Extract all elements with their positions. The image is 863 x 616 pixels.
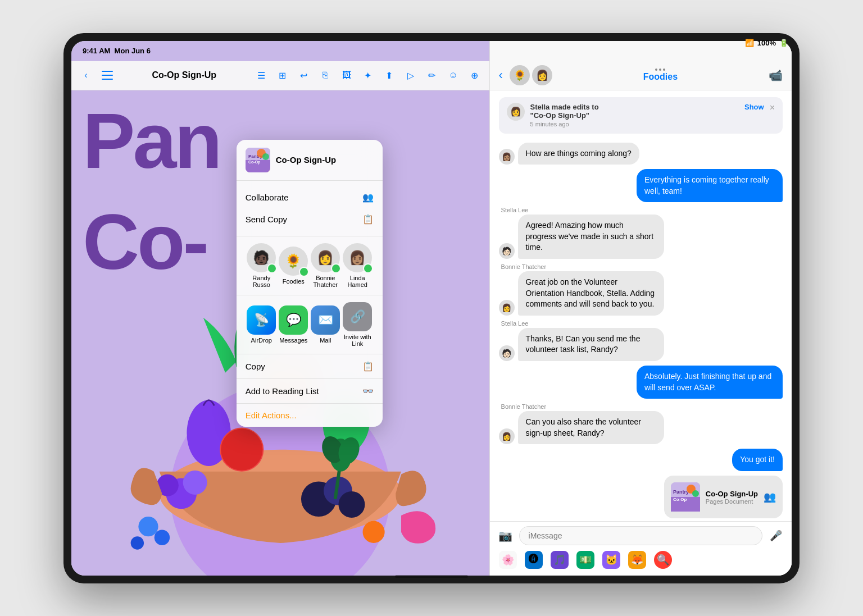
doc-people-icon: 👥 — [764, 491, 776, 503]
camera-button[interactable]: 📷 — [497, 527, 515, 545]
mail-icon: ✉️ — [311, 305, 340, 335]
contact-randy[interactable]: 🧑🏿 RandyRusso — [247, 243, 276, 288]
mic-button[interactable]: 🎤 — [767, 527, 785, 545]
msg-sent-1: Everything is coming together really wel… — [499, 169, 783, 202]
svg-text:Pantry: Pantry — [673, 489, 689, 495]
linda-avatar: 👩🏽 — [343, 243, 372, 272]
date-label: Mon Jun 6 — [115, 47, 151, 55]
notification-banner: 👩 Stella made edits to"Co-Op Sign-Up" 5 … — [499, 97, 783, 134]
send-copy-option[interactable]: Send Copy 📋 — [237, 208, 383, 230]
collaborate-option[interactable]: Collaborate 👥 — [237, 186, 383, 208]
msg-avatar-3: 👩 — [499, 300, 515, 316]
messages-share[interactable]: 💬 Messages — [279, 305, 308, 344]
pen-icon[interactable]: ✏ — [424, 67, 440, 83]
doc-info: Co-Op Sign-Up Pages Document — [706, 490, 758, 505]
svg-rect-0 — [102, 71, 113, 72]
msg-avatar-1: 👩🏽 — [499, 149, 515, 165]
back-button[interactable]: ‹ — [78, 67, 94, 83]
share-doc-thumbnail: Pantry Co-Op — [246, 148, 270, 172]
group-name-label[interactable]: Foodies — [643, 72, 678, 82]
bubble-3: Great job on the Volunteer Orientation H… — [518, 271, 664, 316]
msg-avatar-5: 👩 — [499, 428, 515, 444]
svg-point-21 — [363, 521, 385, 543]
copy-icon[interactable]: ⎘ — [317, 67, 333, 83]
svg-point-9 — [183, 471, 207, 495]
pages-panel: 9:41 AM Mon Jun 6 ‹ Co-Op Sign-Up — [71, 41, 489, 576]
svg-point-7 — [221, 428, 262, 470]
notif-avatar: 👩 — [507, 103, 525, 121]
messages-panel: 📶 100% 🔋 ‹ 🌻 👩 Foodies — [489, 41, 792, 576]
foodies-group-dots — [655, 69, 665, 71]
media-icon[interactable]: 🖼 — [339, 67, 355, 83]
undo-icon[interactable]: ↩ — [296, 67, 312, 83]
foodies-badge — [299, 267, 309, 277]
emoji-app-button[interactable]: 🌸 — [499, 551, 517, 569]
copy-action[interactable]: Copy 📋 — [237, 354, 383, 379]
video-call-button[interactable]: 📹 — [769, 69, 783, 82]
shared-doc-wrapper: Pantry Co-Op Co-Op Sign-Up Pages Documen… — [499, 476, 783, 518]
linda-badge — [363, 263, 373, 273]
bonnie-name: BonnieThatcher — [314, 275, 338, 288]
share-doc-name: Co-Op Sign-Up — [276, 155, 336, 165]
gif-button[interactable]: 🦊 — [628, 551, 646, 569]
emoji-icon[interactable]: ☺ — [446, 67, 461, 83]
play-icon[interactable]: ▷ — [403, 67, 419, 83]
memoji-button[interactable]: 🐱 — [602, 551, 620, 569]
send-copy-label: Send Copy — [246, 215, 287, 224]
search-app-button[interactable]: 🔍 — [654, 551, 672, 569]
bookmark-icon[interactable]: ⊕ — [467, 67, 483, 83]
messages-back-button[interactable]: ‹ — [499, 68, 503, 83]
messages-label: Messages — [279, 337, 307, 344]
appstore-button[interactable]: 🅐 — [525, 551, 543, 569]
randy-badge — [267, 263, 277, 273]
share-header: Pantry Co-Op Co-Op Sign-Up — [237, 140, 383, 181]
notification-close[interactable]: × — [770, 103, 775, 113]
airdrop-label: AirDrop — [251, 337, 272, 344]
svg-point-13 — [338, 491, 365, 518]
format-icon[interactable]: ☰ — [253, 67, 269, 83]
group-avatar-2: 👩 — [532, 65, 552, 85]
msg-received-1: 👩🏽 How are things coming along? — [499, 143, 783, 165]
copy-doc-icon: 📋 — [362, 214, 374, 225]
ipad-screen: 9:41 AM Mon Jun 6 ‹ Co-Op Sign-Up — [71, 41, 792, 576]
mail-share[interactable]: ✉️ Mail — [311, 305, 340, 344]
msg-row-2: 🧑🏻 Agreed! Amazing how much progress we'… — [499, 215, 664, 259]
app-bar: 🌸 🅐 🎵 💵 🐱 🦊 🔍 — [497, 549, 785, 571]
msg-row-5: 👩 Can you also share the volunteer sign-… — [499, 411, 664, 444]
input-row: 📷 🎤 — [497, 526, 785, 545]
msg-sent-3: You got it! — [499, 449, 783, 471]
cash-button[interactable]: 💵 — [576, 551, 594, 569]
reading-list-label: Add to Reading List — [246, 386, 319, 396]
randy-avatar: 🧑🏿 — [247, 243, 276, 272]
svg-text:Co-Op: Co-Op — [673, 497, 687, 502]
foodies-avatar: 🌻 — [279, 247, 308, 276]
link-share[interactable]: 🔗 Invite withLink — [343, 302, 372, 347]
shared-doc-row: Pantry Co-Op Co-Op Sign-Up Pages Documen… — [664, 476, 783, 518]
messages-list: 👩 Stella made edits to"Co-Op Sign-Up" 5 … — [490, 90, 792, 521]
msg-avatar-4: 🧑🏻 — [499, 345, 515, 361]
bubble-2: Agreed! Amazing how much progress we've … — [518, 215, 664, 259]
edit-actions[interactable]: Edit Actions... — [237, 404, 383, 427]
shared-doc-card[interactable]: Pantry Co-Op Co-Op Sign-Up Pages Documen… — [664, 476, 783, 518]
svg-rect-1 — [102, 75, 113, 76]
contact-bonnie[interactable]: 👩 BonnieThatcher — [311, 243, 340, 288]
svg-point-27 — [262, 153, 269, 160]
linda-name: LindaHamed — [348, 275, 367, 288]
notif-text: Stella made edits to"Co-Op Sign-Up" 5 mi… — [530, 103, 739, 128]
reading-list-action[interactable]: Add to Reading List 👓 — [237, 379, 383, 404]
reading-list-icon: 👓 — [362, 386, 374, 396]
msg-row-4: 🧑🏻 Thanks, B! Can you send me the volunt… — [499, 328, 664, 361]
share-icon[interactable]: ⬆ — [381, 67, 397, 83]
msg-row-sent-2: Absolutely. Just finishing that up and w… — [637, 366, 783, 399]
star-icon[interactable]: ✦ — [360, 67, 376, 83]
airdrop-share[interactable]: 📡 AirDrop — [247, 305, 276, 344]
contact-linda[interactable]: 👩🏽 LindaHamed — [343, 243, 372, 288]
podcast-button[interactable]: 🎵 — [551, 551, 569, 569]
app-share-row: 📡 AirDrop 💬 Messages ✉️ Mail — [237, 295, 383, 354]
sidebar-toggle[interactable] — [99, 67, 115, 83]
svg-point-33 — [692, 490, 699, 497]
contact-foodies[interactable]: 🌻 Foodies — [279, 247, 308, 285]
imessage-input[interactable] — [519, 526, 762, 545]
show-button[interactable]: Show — [744, 103, 764, 111]
table-icon[interactable]: ⊞ — [275, 67, 290, 83]
